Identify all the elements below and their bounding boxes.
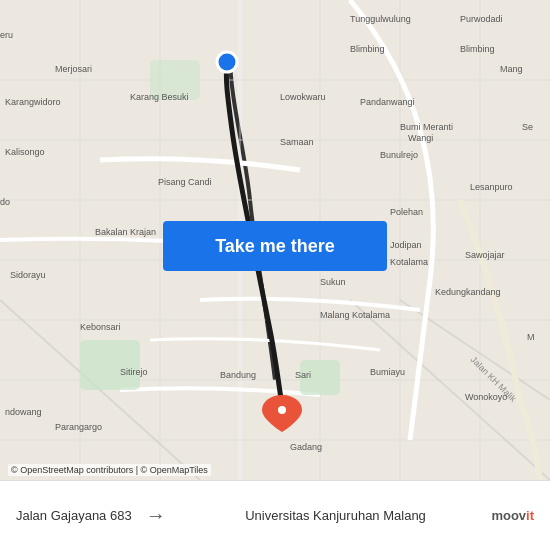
svg-text:Polehan: Polehan: [390, 207, 423, 217]
route-arrow-icon: →: [146, 504, 166, 527]
route-info: Jalan Gajayana 683 → Universitas Kanjuru…: [16, 504, 491, 527]
svg-text:Karangwidoro: Karangwidoro: [5, 97, 61, 107]
svg-text:Kebonsari: Kebonsari: [80, 322, 121, 332]
svg-text:Blimbing: Blimbing: [350, 44, 385, 54]
route-to-label: Universitas Kanjuruhan Malang: [180, 508, 492, 523]
svg-point-63: [217, 52, 237, 72]
moovit-logo: moovit: [491, 508, 534, 523]
svg-text:Bunulrejo: Bunulrejo: [380, 150, 418, 160]
svg-text:Bumiayu: Bumiayu: [370, 367, 405, 377]
svg-text:Lesanpuro: Lesanpuro: [470, 182, 513, 192]
svg-text:eru: eru: [0, 30, 13, 40]
osm-attribution: © OpenStreetMap contributors | © OpenMap…: [8, 464, 211, 476]
svg-text:Jodipan: Jodipan: [390, 240, 422, 250]
svg-text:Wonokoyo: Wonokoyo: [465, 392, 507, 402]
svg-text:Kotalama: Kotalama: [390, 257, 428, 267]
svg-text:Wangi: Wangi: [408, 133, 433, 143]
svg-text:Sitirejo: Sitirejo: [120, 367, 148, 377]
svg-text:Lowokwaru: Lowokwaru: [280, 92, 326, 102]
moovit-brand-text: moovit: [491, 508, 534, 523]
bottom-bar: Jalan Gajayana 683 → Universitas Kanjuru…: [0, 480, 550, 550]
svg-text:Sukun: Sukun: [320, 277, 346, 287]
svg-text:Sawojajar: Sawojajar: [465, 250, 505, 260]
svg-text:Se: Se: [522, 122, 533, 132]
svg-text:Malang Kotalama: Malang Kotalama: [320, 310, 390, 320]
svg-text:Pandanwangi: Pandanwangi: [360, 97, 415, 107]
svg-text:Bandung: Bandung: [220, 370, 256, 380]
svg-text:Parangargo: Parangargo: [55, 422, 102, 432]
svg-text:Mang: Mang: [500, 64, 523, 74]
take-me-there-button[interactable]: Take me there: [163, 221, 387, 271]
svg-text:Karang Besuki: Karang Besuki: [130, 92, 189, 102]
svg-text:Tunggulwulung: Tunggulwulung: [350, 14, 411, 24]
svg-text:Purwodadi: Purwodadi: [460, 14, 503, 24]
svg-text:do: do: [0, 197, 10, 207]
svg-text:ndowang: ndowang: [5, 407, 42, 417]
route-from-label: Jalan Gajayana 683: [16, 508, 132, 523]
svg-text:Sidorayu: Sidorayu: [10, 270, 46, 280]
svg-text:Pisang Candi: Pisang Candi: [158, 177, 212, 187]
svg-text:Kalisongo: Kalisongo: [5, 147, 45, 157]
svg-text:Sari: Sari: [295, 370, 311, 380]
svg-text:Bakalan Krajan: Bakalan Krajan: [95, 227, 156, 237]
svg-text:Samaan: Samaan: [280, 137, 314, 147]
svg-text:M: M: [527, 332, 535, 342]
svg-text:Kedungkandang: Kedungkandang: [435, 287, 501, 297]
svg-text:Blimbing: Blimbing: [460, 44, 495, 54]
svg-text:Gadang: Gadang: [290, 442, 322, 452]
svg-text:Bumi Meranti: Bumi Meranti: [400, 122, 453, 132]
svg-text:Merjosari: Merjosari: [55, 64, 92, 74]
svg-rect-18: [80, 340, 140, 390]
map-container: Tunggulwulung Purwodadi Blimbing Blimbin…: [0, 0, 550, 480]
svg-point-65: [278, 406, 286, 414]
